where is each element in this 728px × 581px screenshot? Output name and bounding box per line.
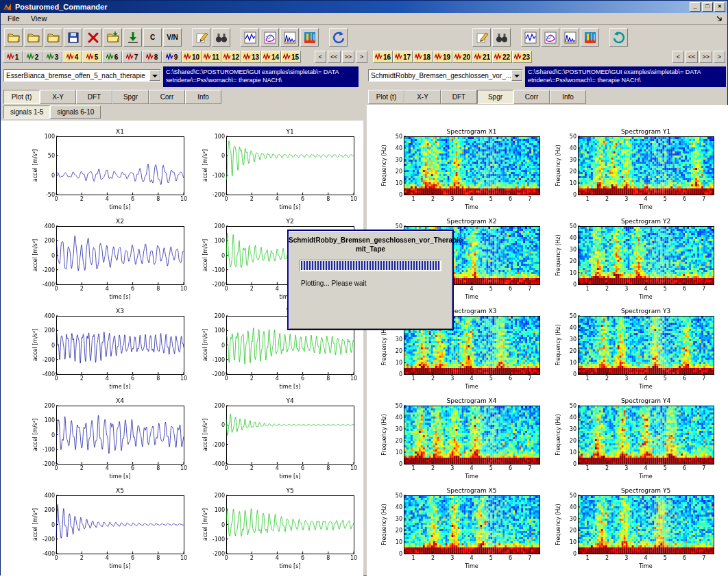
folder-open-icon — [7, 31, 21, 45]
channel-tab-22[interactable]: 22 — [492, 51, 512, 63]
menu-overflow-icon[interactable] — [716, 15, 724, 23]
channel-tab-17[interactable]: 17 — [393, 51, 413, 63]
minimize-button[interactable]: _ — [690, 2, 701, 12]
channel-tab-15[interactable]: 15 — [281, 51, 301, 63]
channel-tab-13[interactable]: 13 — [241, 51, 261, 63]
left-tab-spgr[interactable]: Spgr — [112, 90, 149, 104]
channel-tab-6[interactable]: 6 — [102, 51, 122, 63]
channel-tab-1[interactable]: 1 — [3, 51, 23, 63]
left-tab-dft[interactable]: DFT — [76, 90, 112, 104]
channel-tab-19[interactable]: 19 — [433, 51, 452, 63]
load-signal-button[interactable] — [123, 28, 142, 47]
menu-view[interactable]: View — [25, 14, 53, 23]
dataset-combo-right[interactable]: SchmidtRobby_Bremsen_geschlossen_vor_... — [368, 69, 523, 82]
channel-tab-5[interactable]: 5 — [82, 51, 102, 63]
view-tabs-right: Plot (t)X-YDFTSpgrCorrInfo — [368, 90, 586, 104]
save-button[interactable] — [64, 28, 82, 47]
left-tab-x-y[interactable]: X-Y — [40, 90, 76, 104]
right-tab-corr[interactable]: Corr — [513, 90, 550, 104]
channels-right-last-button[interactable]: >> — [699, 51, 712, 63]
open-data-2-button[interactable] — [24, 28, 43, 47]
channel-number: 14 — [271, 53, 279, 61]
plot-xy-button[interactable] — [260, 28, 279, 47]
right-tab-info[interactable]: Info — [550, 90, 586, 104]
import-folder-button[interactable] — [104, 28, 122, 47]
app-window: Posturomed_Commander _ □ × File View CV/… — [0, 0, 728, 576]
channels-left-first-button[interactable]: << — [328, 51, 341, 63]
c-button[interactable]: C — [143, 28, 162, 47]
channel-tab-23[interactable]: 23 — [512, 51, 532, 63]
channel-tab-11[interactable]: 11 — [202, 51, 221, 63]
open-data-3-button[interactable] — [44, 28, 62, 47]
channel-tab-21[interactable]: 21 — [472, 51, 492, 63]
plot-time-right-button[interactable] — [521, 28, 539, 47]
titlebar[interactable]: Posturomed_Commander _ □ × — [1, 1, 727, 13]
channel-tab-8[interactable]: 8 — [142, 51, 162, 63]
plot-spgr-right-button[interactable] — [581, 28, 599, 47]
menu-file[interactable]: File — [2, 14, 25, 23]
channels-left-last-button[interactable]: >> — [342, 51, 355, 63]
refresh-right-button[interactable] — [609, 28, 628, 47]
channels-right-next-button[interactable]: > — [714, 51, 725, 63]
data-path-left: C:\Shared\C:\POSTUROMED\GUI examples\sim… — [163, 66, 359, 87]
channels-left-next-button[interactable]: > — [356, 51, 367, 63]
channel-tabs-row: 123456789101112131415<<<>>> 161718192021… — [1, 51, 727, 64]
combo-arrow-icon[interactable] — [149, 70, 160, 81]
chart-line-icon — [524, 31, 537, 45]
waveform-icon — [126, 53, 134, 62]
channel-tab-4[interactable]: 4 — [62, 51, 82, 63]
channel-number: 18 — [423, 53, 430, 61]
right-tab-spgr[interactable]: Spgr — [477, 90, 513, 104]
close-button[interactable]: × — [714, 2, 725, 12]
channels-right-prev-button[interactable]: < — [672, 51, 684, 63]
channel-tab-16[interactable]: 16 — [373, 51, 393, 63]
waveform-icon — [166, 53, 173, 62]
channel-number: 4 — [75, 53, 79, 61]
combo-arrow-icon[interactable] — [511, 70, 522, 81]
right-tab-x-y[interactable]: X-Y — [404, 90, 441, 104]
spectrogram-spectrogram-x1 — [380, 127, 544, 211]
channel-number: 15 — [291, 53, 299, 61]
path-right-line2: etridene\=Pss\womach\= therapie NACH\ — [528, 76, 723, 84]
channel-tab-14[interactable]: 14 — [261, 51, 281, 63]
channel-number: 19 — [443, 53, 450, 61]
left-tab-corr[interactable]: Corr — [149, 90, 185, 104]
channels-right-first-button[interactable]: << — [685, 51, 699, 63]
pen-icon — [475, 31, 489, 45]
channel-tab-20[interactable]: 20 — [452, 51, 472, 63]
refresh-left-button[interactable] — [329, 28, 348, 47]
right-tab-plot-t[interactable]: Plot (t) — [368, 90, 404, 104]
waveform-icon — [106, 53, 114, 62]
channel-tab-3[interactable]: 3 — [43, 51, 62, 63]
dataset-combo-left[interactable]: EsserBianca_bremse_offen_5_nach_therapie — [3, 69, 161, 82]
channel-tab-2[interactable]: 2 — [23, 51, 43, 63]
signals-tab-signals-1-5[interactable]: signals 1-5 — [3, 106, 50, 119]
edit-button[interactable] — [192, 28, 210, 47]
edit-right-button[interactable] — [472, 28, 491, 47]
channel-tab-9[interactable]: 9 — [162, 51, 182, 63]
chart-dft-icon — [563, 31, 577, 45]
channel-tab-18[interactable]: 18 — [413, 51, 433, 63]
plot-time-button[interactable] — [241, 28, 259, 47]
left-tab-plot-t[interactable]: Plot (t) — [3, 90, 40, 104]
chart-xy-icon — [263, 31, 277, 45]
maximize-button[interactable]: □ — [702, 2, 713, 12]
vn-button[interactable]: V/N — [163, 28, 182, 47]
channel-tab-7[interactable]: 7 — [122, 51, 142, 63]
inspect-right-button[interactable] — [492, 28, 511, 47]
waveform-icon — [86, 53, 94, 62]
channel-tab-10[interactable]: 10 — [182, 51, 202, 63]
plot-xy-right-button[interactable] — [541, 28, 559, 47]
waveform-icon — [474, 53, 482, 62]
delete-button[interactable] — [84, 28, 102, 47]
plot-dft-right-button[interactable] — [561, 28, 579, 47]
left-tab-info[interactable]: Info — [185, 90, 221, 104]
inspect-button[interactable] — [212, 28, 230, 47]
channels-left-prev-button[interactable]: < — [315, 51, 326, 63]
channel-tab-12[interactable]: 12 — [221, 51, 241, 63]
right-tab-dft[interactable]: DFT — [441, 90, 477, 104]
plot-spgr-button[interactable] — [300, 28, 319, 47]
plot-dft-button[interactable] — [280, 28, 299, 47]
signals-tab-signals-6-10[interactable]: signals 6-10 — [50, 106, 101, 119]
open-data-button[interactable] — [4, 28, 23, 47]
